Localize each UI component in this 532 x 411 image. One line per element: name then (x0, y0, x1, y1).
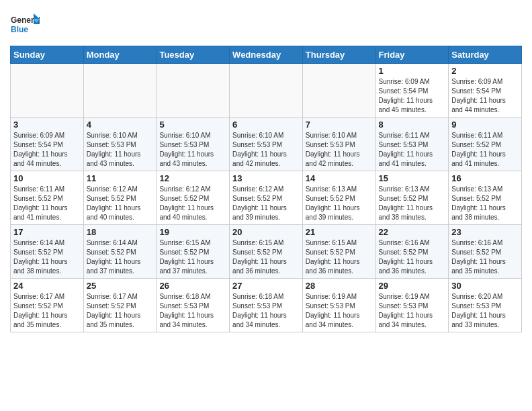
day-number: 18 (87, 227, 154, 237)
day-info: Sunrise: 6:14 AM Sunset: 5:52 PM Dayligh… (87, 238, 154, 276)
day-number: 22 (379, 227, 446, 237)
day-info: Sunrise: 6:14 AM Sunset: 5:52 PM Dayligh… (13, 238, 81, 276)
day-number: 13 (232, 173, 300, 183)
weekday-thursday: Thursday (302, 46, 375, 64)
day-cell: 9Sunrise: 6:11 AM Sunset: 5:52 PM Daylig… (449, 118, 522, 171)
day-number: 26 (159, 281, 226, 291)
day-info: Sunrise: 6:12 AM Sunset: 5:52 PM Dayligh… (87, 185, 154, 222)
day-number: 3 (13, 120, 81, 130)
day-number: 19 (159, 227, 226, 237)
day-info: Sunrise: 6:15 AM Sunset: 5:52 PM Dayligh… (306, 238, 373, 276)
day-cell: 22Sunrise: 6:16 AM Sunset: 5:52 PM Dayli… (375, 225, 449, 279)
day-info: Sunrise: 6:15 AM Sunset: 5:52 PM Dayligh… (159, 238, 226, 276)
day-info: Sunrise: 6:10 AM Sunset: 5:53 PM Dayligh… (306, 131, 373, 169)
week-row-3: 10Sunrise: 6:11 AM Sunset: 5:52 PM Dayli… (11, 171, 522, 225)
logo: General Blue (10, 11, 40, 40)
day-cell: 25Sunrise: 6:17 AM Sunset: 5:52 PM Dayli… (83, 279, 157, 332)
day-info: Sunrise: 6:18 AM Sunset: 5:53 PM Dayligh… (159, 292, 226, 330)
day-cell: 5Sunrise: 6:10 AM Sunset: 5:53 PM Daylig… (157, 118, 230, 171)
day-number: 9 (451, 120, 519, 130)
day-cell: 21Sunrise: 6:15 AM Sunset: 5:52 PM Dayli… (302, 225, 375, 279)
day-info: Sunrise: 6:13 AM Sunset: 5:52 PM Dayligh… (451, 185, 519, 222)
svg-text:Blue: Blue (11, 25, 28, 34)
day-number: 28 (306, 281, 373, 291)
day-info: Sunrise: 6:10 AM Sunset: 5:53 PM Dayligh… (159, 131, 226, 169)
day-info: Sunrise: 6:11 AM Sunset: 5:52 PM Dayligh… (451, 131, 519, 169)
day-cell: 10Sunrise: 6:11 AM Sunset: 5:52 PM Dayli… (11, 171, 84, 225)
day-cell: 19Sunrise: 6:15 AM Sunset: 5:52 PM Dayli… (157, 225, 230, 279)
day-number: 12 (159, 173, 226, 183)
day-cell: 13Sunrise: 6:12 AM Sunset: 5:52 PM Dayli… (230, 171, 303, 225)
day-cell: 18Sunrise: 6:14 AM Sunset: 5:52 PM Dayli… (83, 225, 157, 279)
day-number: 10 (13, 173, 81, 183)
logo-svg: General Blue (10, 11, 40, 40)
day-info: Sunrise: 6:09 AM Sunset: 5:54 PM Dayligh… (379, 77, 446, 115)
day-info: Sunrise: 6:18 AM Sunset: 5:53 PM Dayligh… (232, 292, 300, 330)
day-number: 21 (306, 227, 373, 237)
day-cell: 20Sunrise: 6:15 AM Sunset: 5:52 PM Dayli… (230, 225, 303, 279)
day-cell: 28Sunrise: 6:19 AM Sunset: 5:53 PM Dayli… (302, 279, 375, 332)
day-cell: 16Sunrise: 6:13 AM Sunset: 5:52 PM Dayli… (449, 171, 522, 225)
day-cell: 26Sunrise: 6:18 AM Sunset: 5:53 PM Dayli… (157, 279, 230, 332)
day-cell: 1Sunrise: 6:09 AM Sunset: 5:54 PM Daylig… (375, 64, 449, 118)
page: General Blue SundayMondayTuesdayWednesda… (0, 0, 532, 339)
day-info: Sunrise: 6:17 AM Sunset: 5:52 PM Dayligh… (13, 292, 81, 330)
day-info: Sunrise: 6:09 AM Sunset: 5:54 PM Dayligh… (451, 77, 519, 115)
day-number: 8 (379, 120, 446, 130)
day-number: 5 (159, 120, 226, 130)
day-cell: 6Sunrise: 6:10 AM Sunset: 5:53 PM Daylig… (230, 118, 303, 171)
day-info: Sunrise: 6:12 AM Sunset: 5:52 PM Dayligh… (232, 185, 300, 222)
weekday-wednesday: Wednesday (230, 46, 303, 64)
day-cell: 4Sunrise: 6:10 AM Sunset: 5:53 PM Daylig… (83, 118, 157, 171)
day-cell: 12Sunrise: 6:12 AM Sunset: 5:52 PM Dayli… (157, 171, 230, 225)
day-info: Sunrise: 6:09 AM Sunset: 5:54 PM Dayligh… (13, 131, 81, 169)
day-info: Sunrise: 6:12 AM Sunset: 5:52 PM Dayligh… (159, 185, 226, 222)
day-cell (230, 64, 303, 118)
day-number: 24 (13, 281, 81, 291)
day-number: 4 (87, 120, 154, 130)
day-cell (11, 64, 84, 118)
day-info: Sunrise: 6:11 AM Sunset: 5:52 PM Dayligh… (13, 185, 81, 222)
day-cell (302, 64, 375, 118)
day-info: Sunrise: 6:16 AM Sunset: 5:52 PM Dayligh… (379, 238, 446, 276)
weekday-monday: Monday (83, 46, 157, 64)
day-info: Sunrise: 6:20 AM Sunset: 5:53 PM Dayligh… (451, 292, 519, 330)
day-number: 14 (306, 173, 373, 183)
day-cell: 30Sunrise: 6:20 AM Sunset: 5:53 PM Dayli… (449, 279, 522, 332)
day-number: 17 (13, 227, 81, 237)
day-number: 15 (379, 173, 446, 183)
day-number: 7 (306, 120, 373, 130)
day-number: 29 (379, 281, 446, 291)
weekday-sunday: Sunday (11, 46, 84, 64)
day-info: Sunrise: 6:13 AM Sunset: 5:52 PM Dayligh… (306, 185, 373, 222)
day-number: 2 (451, 66, 519, 76)
day-cell: 15Sunrise: 6:13 AM Sunset: 5:52 PM Dayli… (375, 171, 449, 225)
day-number: 20 (232, 227, 300, 237)
day-info: Sunrise: 6:10 AM Sunset: 5:53 PM Dayligh… (232, 131, 300, 169)
day-info: Sunrise: 6:19 AM Sunset: 5:53 PM Dayligh… (306, 292, 373, 330)
weekday-saturday: Saturday (449, 46, 522, 64)
day-cell: 23Sunrise: 6:16 AM Sunset: 5:52 PM Dayli… (449, 225, 522, 279)
week-row-2: 3Sunrise: 6:09 AM Sunset: 5:54 PM Daylig… (11, 118, 522, 171)
weekday-tuesday: Tuesday (157, 46, 230, 64)
day-cell: 7Sunrise: 6:10 AM Sunset: 5:53 PM Daylig… (302, 118, 375, 171)
day-info: Sunrise: 6:11 AM Sunset: 5:53 PM Dayligh… (379, 131, 446, 169)
day-cell: 8Sunrise: 6:11 AM Sunset: 5:53 PM Daylig… (375, 118, 449, 171)
day-number: 6 (232, 120, 300, 130)
day-info: Sunrise: 6:16 AM Sunset: 5:52 PM Dayligh… (451, 238, 519, 276)
day-info: Sunrise: 6:17 AM Sunset: 5:52 PM Dayligh… (87, 292, 154, 330)
day-number: 16 (451, 173, 519, 183)
day-cell: 14Sunrise: 6:13 AM Sunset: 5:52 PM Dayli… (302, 171, 375, 225)
day-info: Sunrise: 6:10 AM Sunset: 5:53 PM Dayligh… (87, 131, 154, 169)
day-cell (83, 64, 157, 118)
day-cell (157, 64, 230, 118)
day-number: 1 (379, 66, 446, 76)
day-info: Sunrise: 6:19 AM Sunset: 5:53 PM Dayligh… (379, 292, 446, 330)
calendar-table: SundayMondayTuesdayWednesdayThursdayFrid… (10, 46, 522, 332)
day-number: 27 (232, 281, 300, 291)
day-number: 23 (451, 227, 519, 237)
day-cell: 11Sunrise: 6:12 AM Sunset: 5:52 PM Dayli… (83, 171, 157, 225)
week-row-5: 24Sunrise: 6:17 AM Sunset: 5:52 PM Dayli… (11, 279, 522, 332)
day-info: Sunrise: 6:13 AM Sunset: 5:52 PM Dayligh… (379, 185, 446, 222)
day-info: Sunrise: 6:15 AM Sunset: 5:52 PM Dayligh… (232, 238, 300, 276)
